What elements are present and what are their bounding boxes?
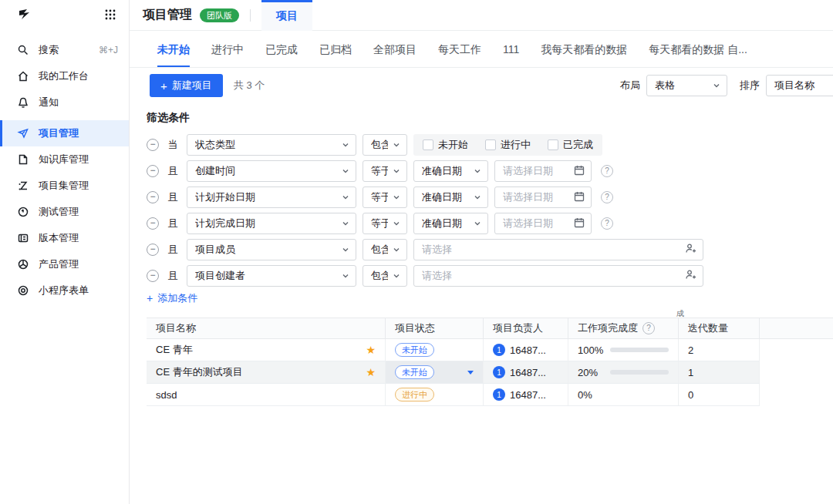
remove-condition-icon[interactable]: − <box>147 244 159 256</box>
conjunction-label: 且 <box>167 269 179 283</box>
sidebar-item-label: 产品管理 <box>39 257 79 271</box>
remove-condition-icon[interactable]: − <box>147 165 159 177</box>
remove-condition-icon[interactable]: − <box>147 191 159 203</box>
add-user-icon <box>685 269 696 283</box>
tab-completed[interactable]: 已完成 <box>265 32 298 67</box>
remove-condition-icon[interactable]: − <box>147 270 159 282</box>
iterations-cell: 1 <box>679 361 760 384</box>
field-select[interactable]: 项目创建者 <box>187 265 356 287</box>
operator-select[interactable]: 包含 <box>363 134 407 156</box>
add-condition-button[interactable]: + 添加条件 <box>147 291 197 305</box>
table-row[interactable]: CE 青年 ★ 未开始 1 16487... 100% 2 <box>147 339 833 361</box>
field-select[interactable]: 状态类型 <box>187 134 356 156</box>
sidebar-item-program-management[interactable]: 项目集管理 <box>0 173 129 199</box>
column-header-iterations[interactable]: 迭代数量 <box>679 318 760 338</box>
remove-condition-icon[interactable]: − <box>147 139 159 151</box>
clipped-overflow-text: 成 <box>676 308 684 319</box>
help-icon[interactable]: ? <box>601 165 613 177</box>
operator-select[interactable]: 等于 <box>363 160 407 182</box>
sort-select[interactable]: 项目名称 <box>766 75 833 96</box>
plus-icon: + <box>147 292 153 304</box>
remove-condition-icon[interactable]: − <box>147 217 159 230</box>
project-name-cell[interactable]: sdsd <box>147 384 386 406</box>
chevron-down-icon <box>342 220 349 227</box>
caret-down-icon[interactable] <box>467 371 474 375</box>
sidebar-item-test-management[interactable]: 测试管理 <box>0 199 129 225</box>
sidebar-item-product-management[interactable]: 产品管理 <box>0 251 129 277</box>
tab-not-started[interactable]: 未开始 <box>157 32 190 67</box>
tab-daily-data-custom[interactable]: 每天都看的数据 自... <box>649 32 747 67</box>
empty-cell <box>760 339 833 361</box>
tab-daily-work[interactable]: 每天工作 <box>438 32 481 67</box>
project-name-cell[interactable]: CE 青年的测试项目 ★ <box>147 361 386 384</box>
progress-cell: 20% <box>568 361 679 384</box>
sidebar-item-notifications[interactable]: 通知 <box>0 89 129 116</box>
sidebar-item-label: 项目管理 <box>39 126 79 140</box>
date-input[interactable]: 请选择日期 <box>494 160 592 182</box>
column-header-name[interactable]: 项目名称 <box>147 318 386 338</box>
project-status-cell[interactable]: 进行中 <box>386 384 484 406</box>
project-name-cell[interactable]: CE 青年 ★ <box>147 339 386 361</box>
tab-project[interactable]: 项目 <box>261 0 312 31</box>
date-input[interactable]: 请选择日期 <box>494 213 592 234</box>
sidebar-item-search[interactable]: 搜索 ⌘+J <box>0 37 129 63</box>
sidebar-item-miniapp-forms[interactable]: 小程序表单 <box>0 277 129 304</box>
column-header-status[interactable]: 项目状态 <box>386 318 484 338</box>
sidebar-item-label: 版本管理 <box>39 231 79 245</box>
product-icon <box>17 258 29 270</box>
project-status-cell[interactable]: 未开始 <box>386 361 484 384</box>
date-mode-select[interactable]: 准确日期 <box>413 213 488 234</box>
column-header-owner[interactable]: 项目负责人 <box>484 318 568 338</box>
field-select[interactable]: 项目成员 <box>187 239 356 260</box>
layout-select[interactable]: 表格 <box>646 75 727 96</box>
chevron-down-icon <box>342 193 349 201</box>
help-icon[interactable]: ? <box>601 191 613 203</box>
table-row[interactable]: CE 青年的测试项目 ★ 未开始 1 16487... 20% <box>147 361 833 384</box>
sidebar-item-project-management[interactable]: 项目管理 <box>0 120 129 146</box>
table-row[interactable]: sdsd 进行中 1 16487... 0% 0 <box>147 384 833 406</box>
member-picker-input[interactable]: 请选择 <box>413 265 703 287</box>
chevron-down-icon <box>474 193 481 201</box>
sidebar-item-version-management[interactable]: 版本管理 <box>0 225 129 251</box>
tab-archived[interactable]: 已归档 <box>319 32 352 67</box>
filter-panel: 筛选条件 − 当 状态类型 包含 未开始 进行中 已完成 <box>130 103 833 305</box>
operator-select[interactable]: 包含 <box>363 239 407 260</box>
form-icon <box>17 284 29 297</box>
field-select[interactable]: 创建时间 <box>187 160 356 182</box>
field-select[interactable]: 计划开始日期 <box>187 186 356 208</box>
project-status-cell[interactable]: 未开始 <box>386 339 484 361</box>
member-picker-input[interactable]: 请选择 <box>413 239 703 260</box>
column-header-progress[interactable]: 工作项完成度 ? <box>568 318 679 338</box>
sidebar-item-workbench[interactable]: 我的工作台 <box>0 63 129 89</box>
tab-my-daily-data[interactable]: 我每天都看的数据 <box>541 32 627 67</box>
help-icon[interactable]: ? <box>601 217 613 230</box>
tab-all-projects[interactable]: 全部项目 <box>373 32 416 67</box>
star-icon[interactable]: ★ <box>366 344 376 356</box>
help-icon[interactable]: ? <box>642 322 655 334</box>
home-icon <box>17 70 29 82</box>
star-icon[interactable]: ★ <box>366 366 376 378</box>
conjunction-label: 且 <box>167 217 179 230</box>
date-input[interactable]: 请选择日期 <box>494 186 592 208</box>
checkbox-in-progress[interactable]: 进行中 <box>485 138 531 152</box>
checkbox-not-started[interactable]: 未开始 <box>423 138 468 152</box>
sidebar-item-knowledge-base[interactable]: 知识库管理 <box>0 146 129 173</box>
status-badge[interactable]: 未开始 <box>395 365 434 379</box>
new-project-button[interactable]: + 新建项目 <box>150 74 223 97</box>
field-select[interactable]: 计划完成日期 <box>187 213 356 234</box>
operator-select[interactable]: 包含 <box>363 265 407 287</box>
calendar-icon <box>574 217 585 230</box>
date-mode-select[interactable]: 准确日期 <box>413 186 488 208</box>
operator-select[interactable]: 等于 <box>363 213 407 234</box>
sidebar: 搜索 ⌘+J 我的工作台 通知 项目管理 <box>0 0 130 504</box>
bell-icon <box>17 96 29 109</box>
apps-grid-icon[interactable] <box>104 8 116 23</box>
checkbox-completed[interactable]: 已完成 <box>548 138 593 152</box>
status-badge[interactable]: 未开始 <box>395 343 434 357</box>
filter-row: − 且 项目成员 包含 请选择 <box>147 239 833 260</box>
tab-in-progress[interactable]: 进行中 <box>211 32 244 67</box>
operator-select[interactable]: 等于 <box>363 186 407 208</box>
tab-111[interactable]: 111 <box>503 32 519 67</box>
date-mode-select[interactable]: 准确日期 <box>413 160 488 182</box>
status-badge[interactable]: 进行中 <box>395 388 434 402</box>
